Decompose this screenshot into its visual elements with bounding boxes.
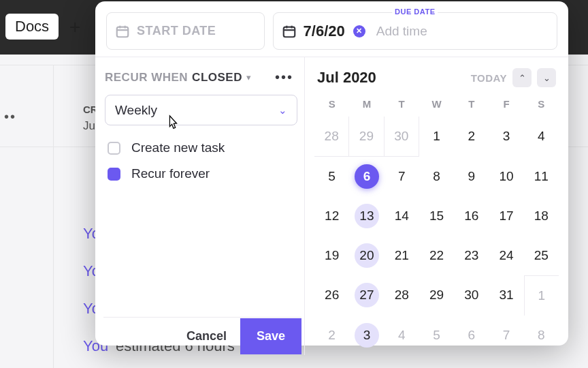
calendar-day[interactable]: 5 [419, 316, 454, 355]
calendar-day[interactable]: 7 [385, 157, 419, 196]
date-row: START DATE DUE DATE 7/6/20 ✕ Add time [95, 1, 568, 57]
calendar-day[interactable]: 30 [385, 117, 419, 157]
frequency-select[interactable]: Weekly ⌄ [105, 95, 297, 125]
add-time-button[interactable]: Add time [376, 24, 427, 39]
calendar-day[interactable]: 21 [385, 236, 419, 275]
svg-rect-1 [283, 27, 295, 37]
save-button[interactable]: Save [240, 318, 301, 354]
calendar-day[interactable]: 4 [524, 117, 559, 157]
bg-label: Ju [83, 119, 95, 133]
dow-label: S [314, 94, 349, 117]
calendar-day[interactable]: 11 [524, 157, 559, 196]
dow-label: S [524, 94, 559, 117]
calendar-header: Jul 2020 TODAY ⌃ ⌄ [314, 68, 559, 94]
dow-label: T [454, 94, 489, 117]
checkbox-icon[interactable] [108, 142, 120, 155]
calendar-day[interactable]: 27 [349, 275, 384, 316]
calendar-pane: Jul 2020 TODAY ⌃ ⌄ SMTWTFS28293012345678… [305, 57, 568, 355]
next-month-button[interactable]: ⌄ [537, 68, 556, 87]
calendar-day[interactable]: 9 [454, 157, 489, 196]
calendar-day[interactable]: 22 [419, 236, 454, 275]
calendar-day[interactable]: 14 [385, 196, 419, 236]
calendar-grid: SMTWTFS282930123456789101112131415161718… [314, 94, 559, 355]
calendar-day[interactable]: 26 [314, 275, 349, 316]
calendar-day[interactable]: 6 [349, 157, 384, 196]
due-date-value: 7/6/20 [304, 22, 345, 40]
checkbox-icon[interactable] [108, 168, 120, 181]
chevron-down-icon: ▾ [246, 72, 251, 82]
calendar-day[interactable]: 10 [489, 157, 523, 196]
month-label: Jul 2020 [317, 69, 376, 87]
dow-label: W [419, 94, 454, 117]
recur-when-label: RECUR WHEN [105, 71, 188, 85]
start-date-placeholder: START DATE [137, 24, 216, 38]
option-label: Create new task [131, 140, 225, 155]
frequency-value: Weekly [115, 103, 157, 118]
calendar-day[interactable]: 2 [314, 316, 349, 355]
calendar-day[interactable]: 1 [419, 117, 454, 157]
date-recurrence-modal: START DATE DUE DATE 7/6/20 ✕ Add time RE… [95, 1, 568, 346]
calendar-day[interactable]: 17 [489, 196, 523, 236]
today-button[interactable]: TODAY [471, 72, 507, 84]
calendar-day[interactable]: 31 [489, 275, 523, 316]
start-date-field[interactable]: START DATE [106, 12, 265, 50]
option-label: Recur forever [131, 166, 210, 181]
recur-trigger[interactable]: RECUR WHEN CLOSED ▾ ••• [103, 67, 301, 92]
calendar-day[interactable]: 28 [314, 117, 349, 157]
calendar-day[interactable]: 19 [314, 236, 349, 275]
calendar-day[interactable]: 7 [489, 316, 523, 355]
calendar-day[interactable]: 6 [454, 316, 489, 355]
divider [53, 65, 54, 368]
dow-label: F [489, 94, 523, 117]
calendar-icon [282, 24, 297, 39]
clear-due-date-icon[interactable]: ✕ [353, 25, 365, 37]
calendar-day[interactable]: 3 [489, 117, 523, 157]
modal-body: RECUR WHEN CLOSED ▾ ••• Weekly ⌄ Create … [95, 57, 568, 355]
calendar-day[interactable]: 18 [524, 196, 559, 236]
more-icon[interactable]: •• [4, 109, 16, 125]
calendar-day[interactable]: 2 [454, 117, 489, 157]
due-date-label: DUE DATE [392, 7, 438, 16]
cancel-button[interactable]: Cancel [174, 322, 239, 350]
dow-label: M [349, 94, 384, 117]
calendar-day[interactable]: 4 [385, 316, 419, 355]
calendar-day[interactable]: 29 [419, 275, 454, 316]
calendar-day[interactable]: 28 [385, 275, 419, 316]
calendar-day[interactable]: 1 [524, 275, 559, 316]
calendar-day[interactable]: 8 [524, 316, 559, 355]
calendar-icon [115, 24, 130, 39]
calendar-day[interactable]: 5 [314, 157, 349, 196]
calendar-day[interactable]: 8 [419, 157, 454, 196]
more-options-icon[interactable]: ••• [275, 70, 300, 85]
dow-label: T [385, 94, 419, 117]
add-tab-icon[interactable]: + [69, 16, 80, 38]
calendar-day[interactable]: 29 [349, 117, 384, 157]
calendar-day[interactable]: 13 [349, 196, 384, 236]
calendar-day[interactable]: 12 [314, 196, 349, 236]
recur-status: CLOSED [192, 71, 242, 85]
due-date-field[interactable]: DUE DATE 7/6/20 ✕ Add time [273, 12, 557, 50]
prev-month-button[interactable]: ⌃ [512, 68, 532, 87]
calendar-day[interactable]: 3 [349, 316, 384, 355]
calendar-day[interactable]: 20 [349, 236, 384, 275]
calendar-day[interactable]: 30 [454, 275, 489, 316]
chevron-down-icon: ⌄ [278, 104, 287, 117]
recur-forever-option[interactable]: Recur forever [103, 161, 301, 187]
docs-tab[interactable]: Docs [5, 14, 59, 40]
svg-rect-0 [117, 27, 129, 37]
create-new-task-option[interactable]: Create new task [103, 135, 301, 161]
calendar-day[interactable]: 24 [489, 236, 523, 275]
calendar-day[interactable]: 23 [454, 236, 489, 275]
modal-footer: Cancel Save [103, 317, 301, 355]
calendar-day[interactable]: 25 [524, 236, 559, 275]
recurrence-pane: RECUR WHEN CLOSED ▾ ••• Weekly ⌄ Create … [95, 57, 305, 355]
calendar-day[interactable]: 15 [419, 196, 454, 236]
calendar-day[interactable]: 16 [454, 196, 489, 236]
